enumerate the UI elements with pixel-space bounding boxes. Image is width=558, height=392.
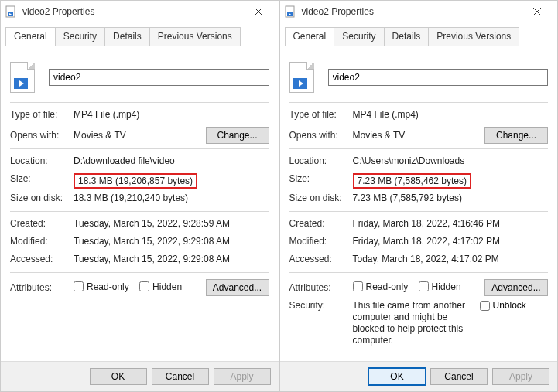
size-value: 7.23 MB (7,585,462 bytes)	[353, 173, 471, 189]
unblock-checkbox[interactable]: Unblock	[480, 300, 526, 311]
advanced-button[interactable]: Advanced...	[206, 279, 269, 296]
filename-input[interactable]	[49, 69, 269, 86]
tab-details[interactable]: Details	[384, 27, 430, 46]
titlebar: video2 Properties	[1, 1, 279, 22]
attributes-label: Attributes:	[10, 282, 74, 293]
tab-general[interactable]: General	[285, 27, 335, 46]
general-panel: Type of file:MP4 File (.mp4) Opens with:…	[1, 46, 279, 361]
ok-button[interactable]: OK	[368, 368, 426, 385]
created-label: Created:	[10, 218, 74, 229]
properties-dialog-left: video2 Properties General Security Detai…	[0, 0, 279, 392]
tab-general[interactable]: General	[5, 27, 56, 46]
close-icon	[533, 8, 541, 15]
readonly-label: Read-only	[87, 281, 129, 292]
cancel-button[interactable]: Cancel	[152, 368, 209, 385]
close-icon	[255, 8, 262, 15]
opens-with-value: Movies & TV	[353, 130, 485, 141]
size-on-disk-label: Size on disk:	[10, 193, 74, 203]
hidden-checkbox[interactable]: Hidden	[139, 281, 182, 292]
dialog-footer: OK Cancel Apply	[280, 361, 558, 391]
location-label: Location:	[289, 155, 353, 166]
hidden-checkbox[interactable]: Hidden	[419, 281, 461, 292]
accessed-value: Today, March 18, 2022, 4:17:02 PM	[353, 254, 549, 264]
tab-details[interactable]: Details	[104, 27, 150, 46]
security-note: This file came from another computer and…	[353, 300, 477, 346]
security-label: Security:	[289, 300, 353, 311]
change-button[interactable]: Change...	[206, 127, 269, 144]
tab-security[interactable]: Security	[55, 27, 105, 46]
location-value: D:\downloaded file\video	[74, 155, 269, 166]
advanced-button[interactable]: Advanced...	[484, 279, 548, 296]
filename-input[interactable]	[328, 69, 549, 86]
size-on-disk-value: 18.3 MB (19,210,240 bytes)	[74, 193, 269, 203]
accessed-value: Tuesday, March 15, 2022, 9:29:08 AM	[74, 254, 269, 264]
readonly-checkbox[interactable]: Read-only	[353, 281, 409, 292]
window-title: video2 Properties	[22, 6, 243, 17]
tab-security[interactable]: Security	[334, 27, 384, 46]
size-label: Size:	[10, 173, 74, 184]
modified-label: Modified:	[10, 236, 74, 247]
opens-with-label: Opens with:	[10, 130, 74, 141]
hidden-label: Hidden	[152, 281, 182, 292]
tab-bar: General Security Details Previous Versio…	[280, 22, 558, 46]
apply-button[interactable]: Apply	[492, 368, 549, 385]
type-of-file-label: Type of file:	[10, 109, 74, 120]
apply-button[interactable]: Apply	[214, 368, 271, 385]
accessed-label: Accessed:	[10, 254, 74, 264]
size-label: Size:	[289, 173, 353, 184]
readonly-label: Read-only	[366, 281, 409, 292]
general-panel: Type of file:MP4 File (.mp4) Opens with:…	[280, 46, 558, 361]
tab-previous-versions[interactable]: Previous Versions	[428, 27, 519, 46]
video-file-icon	[285, 5, 297, 18]
properties-dialog-right: video2 Properties General Security Detai…	[279, 0, 559, 392]
size-on-disk-value: 7.23 MB (7,585,792 bytes)	[353, 193, 549, 203]
type-of-file-label: Type of file:	[289, 109, 353, 120]
attributes-label: Attributes:	[289, 282, 353, 293]
change-button[interactable]: Change...	[484, 127, 548, 144]
dialog-footer: OK Cancel Apply	[1, 361, 279, 391]
created-label: Created:	[289, 218, 353, 229]
window-title: video2 Properties	[302, 6, 522, 17]
tab-previous-versions[interactable]: Previous Versions	[149, 27, 241, 46]
opens-with-label: Opens with:	[289, 130, 353, 141]
modified-value: Friday, March 18, 2022, 4:17:02 PM	[353, 236, 549, 247]
readonly-checkbox[interactable]: Read-only	[74, 281, 129, 292]
modified-value: Tuesday, March 15, 2022, 9:29:08 AM	[74, 236, 269, 247]
accessed-label: Accessed:	[289, 254, 353, 264]
video-file-icon	[10, 62, 35, 93]
size-value: 18.3 MB (19,206,857 bytes)	[74, 173, 197, 189]
close-button[interactable]	[243, 2, 274, 21]
type-of-file-value: MP4 File (.mp4)	[353, 109, 549, 120]
created-value: Friday, March 18, 2022, 4:16:46 PM	[353, 218, 549, 229]
close-button[interactable]	[522, 2, 553, 21]
opens-with-value: Movies & TV	[74, 130, 206, 141]
ok-button[interactable]: OK	[90, 368, 147, 385]
video-file-icon	[5, 5, 18, 18]
location-value: C:\Users\moniz\Downloads	[353, 155, 549, 166]
created-value: Tuesday, March 15, 2022, 9:28:59 AM	[74, 218, 269, 229]
tab-bar: General Security Details Previous Versio…	[1, 22, 279, 46]
hidden-label: Hidden	[432, 281, 461, 292]
type-of-file-value: MP4 File (.mp4)	[74, 109, 269, 120]
titlebar: video2 Properties	[280, 1, 558, 22]
unblock-label: Unblock	[493, 300, 526, 311]
location-label: Location:	[10, 155, 74, 166]
modified-label: Modified:	[289, 236, 353, 247]
size-on-disk-label: Size on disk:	[289, 193, 353, 203]
video-file-icon	[289, 62, 314, 93]
cancel-button[interactable]: Cancel	[430, 368, 488, 385]
